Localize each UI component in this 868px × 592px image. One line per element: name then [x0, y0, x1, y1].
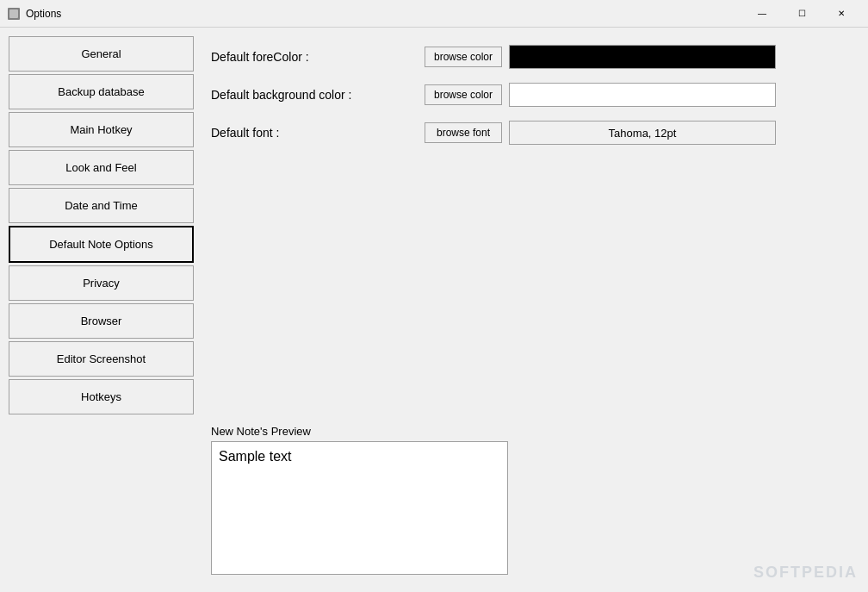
- bgcolor-display: [509, 83, 776, 107]
- maximize-button[interactable]: ☐: [782, 0, 822, 28]
- forecolor-display: [509, 45, 776, 69]
- bgcolor-label: Default background color :: [211, 88, 418, 102]
- close-button[interactable]: ✕: [822, 0, 861, 28]
- sidebar: GeneralBackup databaseMain HotkeyLook an…: [9, 36, 194, 583]
- app-icon: [7, 7, 21, 21]
- preview-section: New Note's Preview Sample text: [211, 425, 842, 575]
- content-area: GeneralBackup databaseMain HotkeyLook an…: [0, 28, 868, 592]
- sidebar-item-backup-database[interactable]: Backup database: [9, 74, 194, 109]
- options-section: Default foreColor : browse color Default…: [211, 45, 842, 145]
- font-row: Default font : browse font Tahoma, 12pt: [211, 121, 842, 145]
- browse-forecolor-button[interactable]: browse color: [425, 47, 502, 67]
- sidebar-item-main-hotkey[interactable]: Main Hotkey: [9, 112, 194, 147]
- sidebar-item-date-and-time[interactable]: Date and Time: [9, 188, 194, 223]
- forecolor-label: Default foreColor :: [211, 50, 418, 64]
- svg-rect-1: [9, 9, 18, 18]
- main-panel: Default foreColor : browse color Default…: [194, 36, 859, 583]
- font-display: Tahoma, 12pt: [509, 121, 776, 145]
- browse-font-button[interactable]: browse font: [425, 122, 502, 143]
- window-title: Options: [26, 8, 742, 20]
- forecolor-row: Default foreColor : browse color: [211, 45, 842, 69]
- sidebar-item-default-note-options[interactable]: Default Note Options: [9, 226, 194, 263]
- sidebar-item-general[interactable]: General: [9, 36, 194, 72]
- sidebar-item-editor-screenshot[interactable]: Editor Screenshot: [9, 341, 194, 377]
- app-window: Options — ☐ ✕ GeneralBackup databaseMain…: [0, 0, 868, 592]
- minimize-button[interactable]: —: [742, 0, 782, 28]
- sidebar-item-browser[interactable]: Browser: [9, 303, 194, 339]
- title-bar: Options — ☐ ✕: [0, 0, 868, 28]
- preview-sample-text: Sample text: [219, 449, 291, 464]
- font-label: Default font :: [211, 126, 418, 140]
- bgcolor-row: Default background color : browse color: [211, 83, 842, 107]
- preview-box: Sample text: [211, 441, 508, 575]
- sidebar-item-look-and-feel[interactable]: Look and Feel: [9, 150, 194, 185]
- preview-label: New Note's Preview: [211, 425, 842, 438]
- sidebar-item-privacy[interactable]: Privacy: [9, 265, 194, 301]
- font-value: Tahoma, 12pt: [609, 127, 677, 140]
- sidebar-item-hotkeys[interactable]: Hotkeys: [9, 379, 194, 414]
- browse-bgcolor-button[interactable]: browse color: [425, 84, 502, 105]
- window-controls: — ☐ ✕: [742, 0, 861, 28]
